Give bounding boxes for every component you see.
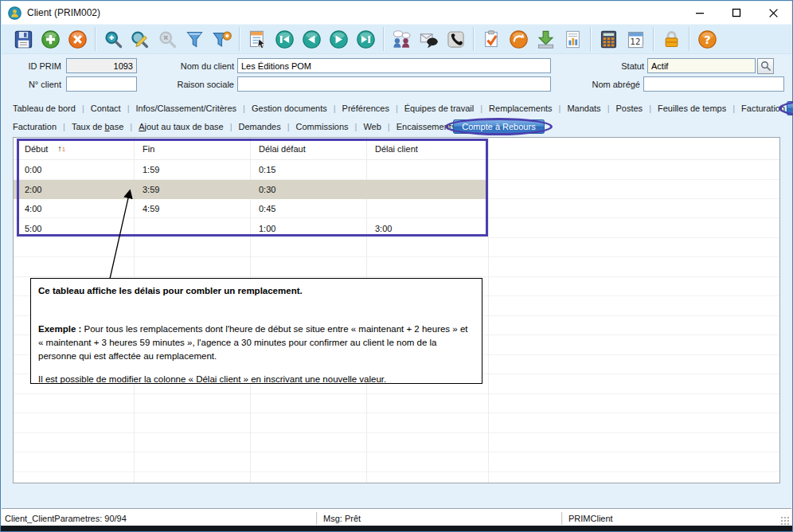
status-app-name: PRIMClient (568, 510, 613, 527)
last-record-button[interactable] (352, 26, 379, 52)
statusbar-separator (316, 512, 317, 525)
note-footer: Il est possible de modifier la colonne «… (38, 373, 475, 386)
search-button[interactable] (100, 26, 127, 52)
messages-button[interactable] (415, 26, 442, 52)
tab-compte-a-rebours-selected[interactable]: Compte à Rebours (453, 119, 544, 134)
filter-button[interactable] (181, 26, 208, 52)
tasks-check-icon (481, 29, 502, 50)
app-window: Client (PRIM002) (0, 0, 793, 532)
nom-du-client-field[interactable] (237, 58, 551, 73)
toolbar-separator (383, 27, 384, 51)
main-tab-bar: Tableau de bord| Contact| Infos/Classeme… (7, 100, 789, 116)
contacts-button[interactable] (388, 26, 415, 52)
tab-facturation-sub[interactable]: Facturation (7, 120, 62, 133)
search-add-icon (103, 29, 124, 50)
calculator-icon (598, 29, 619, 50)
phone-icon (445, 29, 467, 50)
record-list-icon (247, 29, 268, 50)
first-record-button[interactable] (271, 26, 298, 52)
contacts-icon (391, 29, 412, 50)
statusbar-separator (561, 512, 562, 525)
note-title: Ce tableau affiche les délais pour combl… (38, 284, 475, 298)
tab-commissions[interactable]: Commissions (291, 120, 354, 133)
id-prim-field[interactable] (66, 58, 137, 73)
tab-feuilles-de-temps[interactable]: Feuilles de temps (652, 102, 732, 115)
save-button[interactable] (10, 26, 37, 52)
nom-abrege-field[interactable] (643, 76, 784, 92)
help-button[interactable]: ? (693, 26, 721, 52)
grid-header: Début ↑1 Fin Délai défaut Délai client (14, 138, 779, 160)
next-record-button[interactable] (325, 26, 352, 52)
column-header-debut[interactable]: Début ↑1 (14, 138, 134, 159)
first-record-icon (274, 29, 295, 50)
delete-button[interactable] (64, 26, 91, 52)
tab-preferences[interactable]: Préférences (337, 102, 395, 115)
toolbar-separator (95, 27, 96, 51)
delete-icon (67, 29, 88, 50)
tab-web[interactable]: Web (357, 120, 386, 133)
table-row[interactable]: 5:00 1:00 3:00 (14, 219, 779, 239)
maximize-icon (732, 8, 741, 18)
tab-taux-de-base[interactable]: Taux de base (66, 120, 129, 133)
dashboard-gauge-button[interactable] (505, 26, 532, 52)
column-header-delai-client[interactable]: Délai client (366, 138, 488, 159)
calculator-button[interactable] (595, 26, 622, 52)
messages-icon (418, 29, 439, 50)
toolbar-separator (239, 27, 240, 51)
save-icon (13, 29, 34, 50)
phone-button[interactable] (442, 26, 469, 52)
statut-field[interactable] (647, 58, 756, 73)
tab-postes[interactable]: Postes (610, 102, 648, 115)
main-toolbar: 12 ? (2, 24, 791, 54)
lock-button[interactable] (658, 26, 685, 52)
toolbar-separator (590, 27, 591, 51)
filter-settings-button[interactable] (208, 26, 235, 52)
table-row[interactable]: 0:00 1:59 0:15 (14, 160, 779, 180)
search-edit-button[interactable] (127, 26, 154, 52)
report-button[interactable] (559, 26, 586, 52)
tab-infos-classement-criteres[interactable]: Infos/Classement/Critères (131, 102, 243, 115)
previous-record-icon (301, 29, 322, 50)
tab-gestion-documents[interactable]: Gestion documents (246, 102, 333, 115)
tab-equipes-de-travail[interactable]: Équipes de travail (399, 102, 479, 115)
next-record-icon (328, 29, 350, 50)
resize-grip[interactable] (780, 516, 790, 526)
tasks-button[interactable] (478, 26, 505, 52)
window-bottom-edge (1, 526, 792, 531)
add-button[interactable] (37, 26, 64, 52)
search-clear-icon (157, 29, 178, 50)
annotation-note-box: Ce tableau affiche les délais pour combl… (30, 278, 482, 384)
tab-facturation-main[interactable]: Facturation (736, 102, 787, 115)
raison-sociale-label: Raison sociale (144, 77, 234, 92)
raison-sociale-field[interactable] (237, 76, 551, 92)
gauge-icon (508, 29, 529, 50)
tab-ajout-au-taux-de-base[interactable]: Ajout au taux de base (133, 120, 229, 133)
tab-parametres-selected[interactable]: Paramètres (787, 101, 793, 115)
table-row[interactable]: 4:00 4:59 0:45 (14, 199, 779, 219)
tab-mandats[interactable]: Mandats (561, 102, 606, 115)
nom-abrege-label: Nom abrégé (568, 77, 640, 92)
title-bar: Client (PRIM002) (2, 2, 791, 24)
calendar-button[interactable]: 12 (622, 26, 649, 52)
tab-demandes[interactable]: Demandes (233, 120, 287, 133)
table-row-selected[interactable]: 2:00 3:59 0:30 (14, 180, 488, 200)
filter-settings-icon (211, 29, 232, 50)
window-title: Client (PRIM002) (27, 7, 100, 18)
close-icon (768, 8, 779, 18)
close-button[interactable] (755, 2, 791, 24)
no-client-field[interactable] (66, 76, 137, 92)
svg-text:?: ? (704, 32, 710, 45)
column-header-fin[interactable]: Fin (134, 138, 250, 159)
tab-tableau-de-bord[interactable]: Tableau de bord (7, 102, 81, 115)
import-button[interactable] (532, 26, 559, 52)
tab-encaissements[interactable]: Encaissements (391, 120, 457, 133)
tab-contact[interactable]: Contact (85, 102, 127, 115)
tab-remplacements[interactable]: Remplacements (483, 102, 557, 115)
column-header-delai-defaut[interactable]: Délai défaut (250, 138, 366, 159)
maximize-button[interactable] (718, 2, 755, 24)
minimize-button[interactable] (682, 2, 718, 24)
previous-record-button[interactable] (298, 26, 325, 52)
statut-lookup-button[interactable] (757, 58, 774, 74)
import-arrow-icon (535, 29, 557, 50)
record-list-button[interactable] (244, 26, 271, 52)
